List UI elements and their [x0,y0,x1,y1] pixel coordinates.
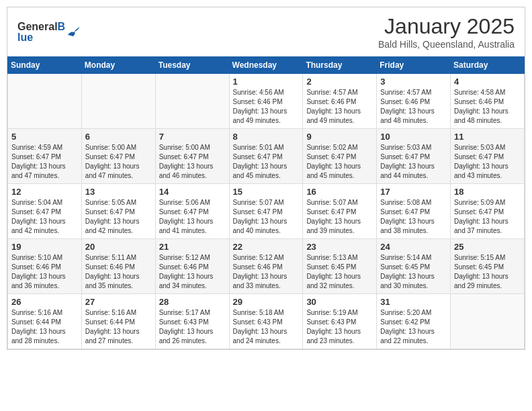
calendar-cell-w5-d7 [451,294,525,349]
day-number: 23 [306,242,373,252]
logo-bird-icon [66,26,81,39]
day-info: Sunrise: 4:56 AM Sunset: 6:46 PM Dayligh… [233,88,300,126]
calendar-cell-w4-d7: 25Sunrise: 5:15 AM Sunset: 6:45 PM Dayli… [451,239,525,294]
day-number: 29 [233,297,300,307]
col-saturday: Saturday [451,57,525,74]
calendar-header-row: Sunday Monday Tuesday Wednesday Thursday… [8,57,525,74]
day-info: Sunrise: 5:06 AM Sunset: 6:47 PM Dayligh… [159,198,226,236]
calendar-cell-w3-d7: 18Sunrise: 5:09 AM Sunset: 6:47 PM Dayli… [451,184,525,239]
calendar-cell-w2-d1: 5Sunrise: 4:59 AM Sunset: 6:47 PM Daylig… [8,129,82,184]
day-number: 4 [454,77,521,87]
week-row-2: 5Sunrise: 4:59 AM Sunset: 6:47 PM Daylig… [8,129,525,184]
day-number: 22 [233,242,300,252]
day-number: 26 [11,297,78,307]
day-info: Sunrise: 4:57 AM Sunset: 6:46 PM Dayligh… [380,88,447,126]
day-info: Sunrise: 5:10 AM Sunset: 6:46 PM Dayligh… [11,253,78,291]
calendar-cell-w2-d3: 7Sunrise: 5:00 AM Sunset: 6:47 PM Daylig… [155,129,229,184]
calendar-header: GeneralB lue January 2025 Bald Hills, Qu… [7,7,525,53]
day-number: 31 [380,297,447,307]
day-info: Sunrise: 5:07 AM Sunset: 6:47 PM Dayligh… [233,198,300,236]
day-info: Sunrise: 5:00 AM Sunset: 6:47 PM Dayligh… [159,143,226,181]
day-info: Sunrise: 5:04 AM Sunset: 6:47 PM Dayligh… [11,198,78,236]
calendar-cell-w4-d1: 19Sunrise: 5:10 AM Sunset: 6:46 PM Dayli… [8,239,82,294]
calendar-cell-w3-d6: 17Sunrise: 5:08 AM Sunset: 6:47 PM Dayli… [377,184,451,239]
day-number: 15 [233,187,300,197]
day-number: 28 [159,297,226,307]
week-row-3: 12Sunrise: 5:04 AM Sunset: 6:47 PM Dayli… [8,184,525,239]
day-info: Sunrise: 5:19 AM Sunset: 6:43 PM Dayligh… [306,308,373,346]
day-number: 7 [159,132,226,142]
day-number: 19 [11,242,78,252]
day-info: Sunrise: 5:20 AM Sunset: 6:42 PM Dayligh… [380,308,447,346]
day-info: Sunrise: 5:01 AM Sunset: 6:47 PM Dayligh… [233,143,300,181]
day-number: 1 [233,77,300,87]
calendar-cell-w5-d3: 28Sunrise: 5:17 AM Sunset: 6:43 PM Dayli… [155,294,229,349]
day-info: Sunrise: 4:58 AM Sunset: 6:46 PM Dayligh… [454,88,521,126]
day-number: 13 [85,187,152,197]
calendar-cell-w4-d3: 21Sunrise: 5:12 AM Sunset: 6:46 PM Dayli… [155,239,229,294]
calendar-cell-w5-d6: 31Sunrise: 5:20 AM Sunset: 6:42 PM Dayli… [377,294,451,349]
day-number: 30 [306,297,373,307]
calendar-table: Sunday Monday Tuesday Wednesday Thursday… [7,56,525,349]
calendar-cell-w2-d5: 9Sunrise: 5:02 AM Sunset: 6:47 PM Daylig… [303,129,377,184]
day-info: Sunrise: 5:18 AM Sunset: 6:43 PM Dayligh… [233,308,300,346]
col-sunday: Sunday [8,57,82,74]
day-number: 16 [306,187,373,197]
col-wednesday: Wednesday [229,57,303,74]
calendar-cell-w1-d1 [8,74,82,129]
logo-line1: GeneralB [17,21,65,32]
day-info: Sunrise: 5:03 AM Sunset: 6:47 PM Dayligh… [380,143,447,181]
day-number: 9 [306,132,373,142]
col-monday: Monday [81,57,155,74]
calendar-cell-w3-d1: 12Sunrise: 5:04 AM Sunset: 6:47 PM Dayli… [8,184,82,239]
logo: GeneralB lue [17,21,81,43]
calendar-cell-w1-d6: 3Sunrise: 4:57 AM Sunset: 6:46 PM Daylig… [377,74,451,129]
month-title: January 2025 [378,14,515,39]
day-number: 20 [85,242,152,252]
day-info: Sunrise: 5:16 AM Sunset: 6:44 PM Dayligh… [11,308,78,346]
day-number: 27 [85,297,152,307]
day-number: 6 [85,132,152,142]
calendar-cell-w1-d7: 4Sunrise: 4:58 AM Sunset: 6:46 PM Daylig… [451,74,525,129]
calendar-cell-w1-d4: 1Sunrise: 4:56 AM Sunset: 6:46 PM Daylig… [229,74,303,129]
day-number: 17 [380,187,447,197]
calendar-cell-w5-d1: 26Sunrise: 5:16 AM Sunset: 6:44 PM Dayli… [8,294,82,349]
day-number: 24 [380,242,447,252]
day-info: Sunrise: 5:00 AM Sunset: 6:47 PM Dayligh… [85,143,152,181]
calendar-cell-w4-d2: 20Sunrise: 5:11 AM Sunset: 6:46 PM Dayli… [81,239,155,294]
week-row-1: 1Sunrise: 4:56 AM Sunset: 6:46 PM Daylig… [8,74,525,129]
title-area: January 2025 Bald Hills, Queensland, Aus… [378,14,515,50]
col-tuesday: Tuesday [155,57,229,74]
day-number: 2 [306,77,373,87]
calendar-cell-w2-d4: 8Sunrise: 5:01 AM Sunset: 6:47 PM Daylig… [229,129,303,184]
calendar-cell-w2-d6: 10Sunrise: 5:03 AM Sunset: 6:47 PM Dayli… [377,129,451,184]
week-row-4: 19Sunrise: 5:10 AM Sunset: 6:46 PM Dayli… [8,239,525,294]
calendar-cell-w2-d7: 11Sunrise: 5:03 AM Sunset: 6:47 PM Dayli… [451,129,525,184]
col-thursday: Thursday [303,57,377,74]
day-number: 5 [11,132,78,142]
calendar-cell-w1-d2 [81,74,155,129]
day-info: Sunrise: 5:02 AM Sunset: 6:47 PM Dayligh… [306,143,373,181]
calendar-cell-w3-d3: 14Sunrise: 5:06 AM Sunset: 6:47 PM Dayli… [155,184,229,239]
day-info: Sunrise: 4:59 AM Sunset: 6:47 PM Dayligh… [11,143,78,181]
calendar-cell-w5-d4: 29Sunrise: 5:18 AM Sunset: 6:43 PM Dayli… [229,294,303,349]
calendar-cell-w4-d4: 22Sunrise: 5:12 AM Sunset: 6:46 PM Dayli… [229,239,303,294]
day-number: 8 [233,132,300,142]
calendar-cell-w3-d4: 15Sunrise: 5:07 AM Sunset: 6:47 PM Dayli… [229,184,303,239]
day-info: Sunrise: 5:13 AM Sunset: 6:45 PM Dayligh… [306,253,373,291]
calendar-cell-w4-d5: 23Sunrise: 5:13 AM Sunset: 6:45 PM Dayli… [303,239,377,294]
day-info: Sunrise: 5:09 AM Sunset: 6:47 PM Dayligh… [454,198,521,236]
day-info: Sunrise: 5:17 AM Sunset: 6:43 PM Dayligh… [159,308,226,346]
calendar-cell-w5-d2: 27Sunrise: 5:16 AM Sunset: 6:44 PM Dayli… [81,294,155,349]
day-info: Sunrise: 5:05 AM Sunset: 6:47 PM Dayligh… [85,198,152,236]
calendar-container: GeneralB lue January 2025 Bald Hills, Qu… [7,7,525,350]
day-info: Sunrise: 4:57 AM Sunset: 6:46 PM Dayligh… [306,88,373,126]
day-info: Sunrise: 5:11 AM Sunset: 6:46 PM Dayligh… [85,253,152,291]
calendar-cell-w5-d5: 30Sunrise: 5:19 AM Sunset: 6:43 PM Dayli… [303,294,377,349]
day-number: 10 [380,132,447,142]
day-info: Sunrise: 5:16 AM Sunset: 6:44 PM Dayligh… [85,308,152,346]
day-info: Sunrise: 5:12 AM Sunset: 6:46 PM Dayligh… [233,253,300,291]
day-number: 14 [159,187,226,197]
calendar-cell-w4-d6: 24Sunrise: 5:14 AM Sunset: 6:45 PM Dayli… [377,239,451,294]
day-number: 18 [454,187,521,197]
